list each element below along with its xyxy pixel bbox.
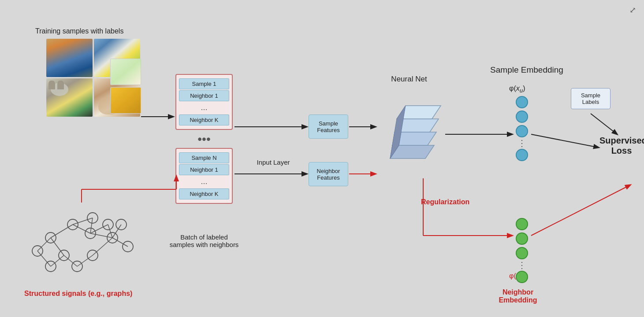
batch-outer-box2: Sample N Neighbor 1 ... Neighbor K bbox=[175, 148, 233, 204]
embed-circle-green-4 bbox=[516, 271, 528, 283]
svg-line-20 bbox=[93, 238, 112, 255]
neural-net-visual bbox=[377, 88, 443, 176]
embed-dots-upper: ⋮ bbox=[517, 140, 526, 147]
embedding-col-lower: ⋮ bbox=[516, 218, 528, 283]
svg-line-11 bbox=[90, 218, 93, 233]
supervised-loss-label: Supervised Loss bbox=[599, 136, 644, 156]
sample-features-box: Sample Features bbox=[309, 114, 348, 139]
svg-line-9 bbox=[73, 218, 93, 225]
batch-samplen: Sample N bbox=[179, 152, 229, 163]
sample-labels-text: Sample Labels bbox=[581, 92, 600, 105]
neighbor-features-box: Neighbor Features bbox=[309, 162, 348, 186]
embed-circle-3 bbox=[516, 125, 528, 137]
input-layer-label: Input Layer bbox=[251, 158, 295, 166]
svg-line-8 bbox=[37, 238, 51, 251]
batch-sample1: Sample 1 bbox=[179, 78, 229, 89]
batch-section-dots: ••• bbox=[175, 130, 233, 148]
img-bridge bbox=[46, 39, 93, 77]
structured-signals-label: Structured signals (e.g., graphs) bbox=[24, 290, 132, 298]
embed-circle-green-3 bbox=[516, 247, 528, 259]
sample-labels-box: Sample Labels bbox=[571, 88, 610, 109]
batch-dots2: ... bbox=[179, 176, 229, 188]
batch-container: Sample 1 Neighbor 1 ... Neighbor K ••• S… bbox=[175, 74, 233, 204]
svg-line-16 bbox=[112, 225, 121, 238]
supervised-loss-text: Supervised Loss bbox=[599, 136, 644, 155]
batch-neighbor1a: Neighbor 1 bbox=[179, 90, 229, 101]
svg-line-6 bbox=[51, 225, 73, 238]
embed-circle-1 bbox=[516, 96, 528, 108]
image-mosaic bbox=[46, 39, 141, 116]
batch-label-text: Batch of labeled samples with neighbors bbox=[170, 233, 239, 248]
diagram: Training samples with labels Sample 1 Ne… bbox=[0, 0, 644, 317]
embed-circle-2 bbox=[516, 111, 528, 123]
img-cat bbox=[46, 78, 93, 117]
batch-outer-box: Sample 1 Neighbor 1 ... Neighbor K bbox=[175, 74, 233, 130]
svg-line-41 bbox=[591, 114, 617, 134]
sample-embedding-title: Sample Embedding bbox=[483, 65, 571, 75]
neural-net-label: Neural Net bbox=[383, 75, 436, 84]
training-samples-label: Training samples with labels bbox=[35, 27, 123, 35]
regularization-label: Regularization bbox=[421, 198, 469, 206]
embed-circle-green-1 bbox=[516, 218, 528, 230]
batch-neighbor1b: Neighbor 1 bbox=[179, 164, 229, 175]
svg-line-17 bbox=[64, 255, 77, 266]
phi-xu-label: φ(xu) bbox=[509, 85, 525, 94]
svg-line-14 bbox=[108, 225, 112, 238]
batch-neighbork1: Neighbor K bbox=[179, 114, 229, 125]
embedding-col-upper: ⋮ bbox=[516, 96, 528, 161]
batch-label: Batch of labeled samples with neighbors bbox=[162, 233, 246, 248]
batch-dots1: ... bbox=[179, 102, 229, 114]
embed-dots-lower: ⋮ bbox=[517, 262, 526, 269]
graph-visual bbox=[24, 203, 152, 286]
batch-neighborkn: Neighbor K bbox=[179, 188, 229, 199]
neighbor-embedding-label: Neighbor Embedding bbox=[483, 288, 553, 304]
svg-line-7 bbox=[51, 238, 64, 255]
svg-line-18 bbox=[51, 255, 64, 266]
embed-circle-4 bbox=[516, 149, 528, 161]
svg-line-21 bbox=[37, 251, 51, 266]
embed-circle-green-2 bbox=[516, 232, 528, 245]
svg-line-40 bbox=[531, 134, 599, 147]
svg-line-19 bbox=[77, 255, 93, 266]
expand-icon[interactable]: ⤢ bbox=[629, 5, 636, 15]
svg-line-48 bbox=[531, 185, 630, 236]
